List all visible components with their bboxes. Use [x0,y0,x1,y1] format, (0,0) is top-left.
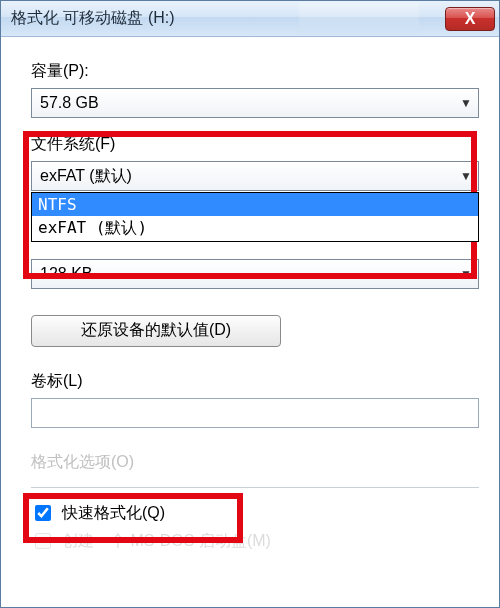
filesystem-combo[interactable]: exFAT (默认) ▼ [31,161,479,191]
filesystem-option[interactable]: NTFS [32,193,478,216]
close-icon: X [465,10,476,28]
restore-defaults-button[interactable]: 还原设备的默认值(D) [31,315,281,347]
quick-format-checkbox[interactable] [35,505,51,521]
volume-label-input[interactable] [31,398,479,428]
chevron-down-icon: ▼ [460,96,472,110]
capacity-value: 57.8 GB [40,94,99,112]
capacity-combo[interactable]: 57.8 GB ▼ [31,88,479,118]
chevron-down-icon: ▼ [460,169,472,183]
dialog-body: 容量(P): 57.8 GB ▼ 文件系统(F) exFAT (默认) ▼ NT… [1,37,499,552]
msdos-boot-checkbox [35,533,51,549]
close-button[interactable]: X [445,7,495,31]
window-title: 格式化 可移动磁盘 (H:) [11,8,175,29]
format-options-label: 格式化选项(O) [31,452,479,473]
filesystem-dropdown: NTFS exFAT (默认) [31,192,479,242]
volume-label-label: 卷标(L) [31,371,479,392]
filesystem-value: exFAT (默认) [40,166,132,187]
restore-defaults-label: 还原设备的默认值(D) [81,321,231,338]
titlebar: 格式化 可移动磁盘 (H:) X [1,1,499,37]
allocation-group: 128 KB ▼ [31,259,479,289]
format-dialog: 格式化 可移动磁盘 (H:) X 容量(P): 57.8 GB ▼ 文件系统(F… [0,0,500,608]
msdos-boot-row: 创建一个 MS-DOS 启动盘(M) [31,530,479,552]
restore-defaults-row: 还原设备的默认值(D) [31,315,479,347]
background-blur [299,3,419,33]
msdos-boot-label: 创建一个 MS-DOS 启动盘(M) [62,531,271,552]
quick-format-row[interactable]: 快速格式化(Q) [31,502,479,524]
chevron-down-icon: ▼ [460,267,472,281]
filesystem-label: 文件系统(F) [31,134,479,155]
quick-format-label: 快速格式化(Q) [62,503,165,524]
allocation-value: 128 KB [40,265,92,283]
filesystem-option[interactable]: exFAT (默认) [32,216,478,241]
allocation-combo[interactable]: 128 KB ▼ [31,259,479,289]
capacity-label: 容量(P): [31,61,479,82]
filesystem-group: 文件系统(F) exFAT (默认) ▼ NTFS exFAT (默认) [31,134,479,191]
divider [31,487,479,488]
